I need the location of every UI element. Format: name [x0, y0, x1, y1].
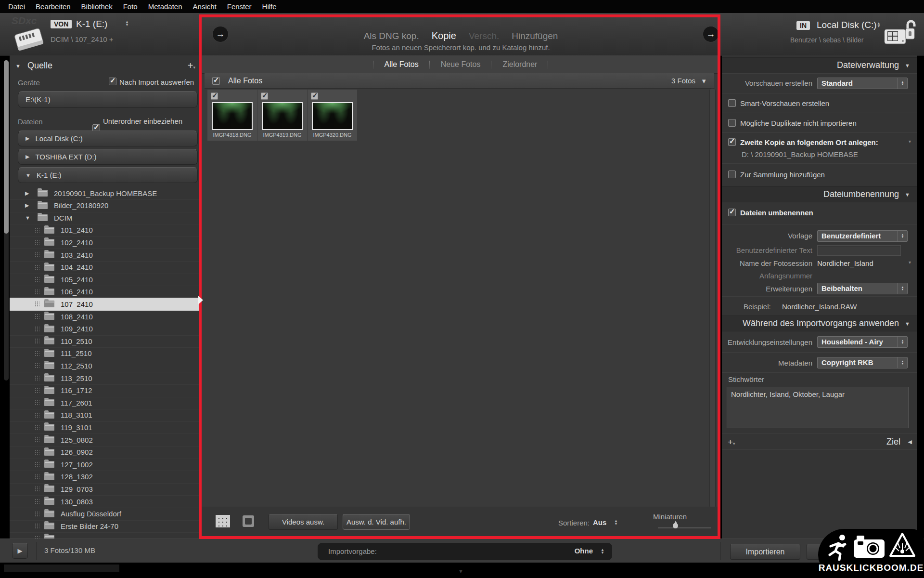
eject-after-import-checkbox[interactable]: [109, 78, 116, 85]
previews-dropdown[interactable]: Standard ▲▼: [817, 78, 908, 89]
menu-ansicht[interactable]: Ansicht: [188, 2, 222, 11]
folder-row-110-2510[interactable]: 110_2510: [10, 335, 201, 348]
drive-button-toshiba-ext-d[interactable]: ▶TOSHIBA EXT (D:): [18, 149, 198, 165]
expand-arrow-icon[interactable]: ▼: [26, 172, 31, 178]
folder-row-101-2410[interactable]: 101_2410: [10, 224, 201, 237]
source-device-spinner-icon[interactable]: ▲▼: [125, 21, 129, 26]
tab-zielordner[interactable]: Zielordner: [492, 60, 548, 69]
folder-row-118-3101[interactable]: 118_3101: [10, 409, 201, 422]
folder-row-129-0703[interactable]: 129_0703: [10, 483, 201, 496]
menu-foto[interactable]: Foto: [118, 2, 143, 11]
folder-row-108-2410[interactable]: 108_2410: [10, 310, 201, 323]
folder-row-105-2410[interactable]: 105_2410: [10, 273, 201, 286]
folder-row-128-1302[interactable]: 128_1302: [10, 471, 201, 484]
folder-row-erste-bilder-24-70[interactable]: Erste Bilder 24-70: [10, 520, 201, 533]
folder-row-126-0902[interactable]: 126_0902: [10, 446, 201, 459]
rename-files-checkbox[interactable]: [728, 209, 736, 216]
apply-during-import-header[interactable]: Während des Importvorgangs anwenden ▼: [722, 315, 917, 331]
source-path[interactable]: DCIM \ 107_2410 +: [51, 35, 114, 43]
import-button[interactable]: Importieren: [730, 544, 800, 560]
thumbnail-checkbox[interactable]: [211, 92, 218, 100]
develop-settings-dropdown[interactable]: Houseblend - Airy ▲▼: [817, 336, 908, 348]
menu-hilfe[interactable]: Hilfe: [257, 2, 282, 11]
photo-thumbnail-imgp4318-dng[interactable]: IMGP4318.DNG: [207, 90, 257, 141]
folder-row-partial[interactable]: [10, 532, 201, 539]
expand-arrow-icon[interactable]: ▶: [25, 202, 33, 209]
grid-scrollbar[interactable]: [709, 88, 716, 508]
folder-row-112-2510[interactable]: 112_2510: [10, 359, 201, 372]
import-mode-versch[interactable]: Versch.: [469, 31, 499, 41]
folder-row-20190901-backup-homebase[interactable]: ▶20190901_Backup HOMEBASE: [10, 187, 201, 200]
expand-arrow-icon[interactable]: ▼: [25, 215, 33, 221]
add-source-plus-icon[interactable]: +▾: [188, 60, 195, 71]
thumbnail-size-slider-handle[interactable]: [673, 523, 678, 528]
folder-row-116-1712[interactable]: 116_1712: [10, 384, 201, 397]
eject-after-import-label[interactable]: Nach Import auswerfen: [119, 78, 194, 86]
source-device-name[interactable]: K-1 (E:): [76, 19, 107, 29]
folder-row-127-1002[interactable]: 127_1002: [10, 458, 201, 471]
metadata-spinner-icon[interactable]: ▲▼: [898, 357, 907, 368]
deselect-videos-button[interactable]: Ausw. d. Vid. aufh.: [343, 514, 410, 530]
folder-row-125-0802[interactable]: 125_0802: [10, 434, 201, 447]
tab-alle-fotos[interactable]: Alle Fotos: [374, 60, 429, 69]
expand-arrow-icon[interactable]: ▶: [25, 190, 33, 197]
import-mode-hinzuf-gen[interactable]: Hinzufügen: [512, 31, 558, 41]
second-copy-label[interactable]: Zweite Kopie an folgendem Ort anlegen:: [740, 138, 878, 146]
all-photos-checkbox[interactable]: [212, 77, 220, 85]
photo-thumbnail-imgp4320-dng[interactable]: IMGP4320.DNG: [308, 90, 357, 141]
file-handling-collapse-icon[interactable]: ▼: [905, 63, 910, 68]
no-duplicates-checkbox[interactable]: [728, 119, 736, 127]
renaming-header[interactable]: Dateiumbenennung ▼: [722, 186, 917, 202]
folder-row-111-2510[interactable]: 111_2510: [10, 347, 201, 360]
folder-row-130-0803[interactable]: 130_0803: [10, 495, 201, 508]
apply-collapse-icon[interactable]: ▼: [905, 321, 910, 327]
sort-value[interactable]: Aus: [593, 518, 606, 526]
add-to-collection-label[interactable]: Zur Sammlung hinzufügen: [740, 171, 825, 179]
menu-fenster[interactable]: Fenster: [222, 2, 257, 11]
drive-button-local-disk-c[interactable]: ▶Local Disk (C:): [18, 131, 198, 146]
shoot-name-caret-icon[interactable]: ▾: [909, 260, 911, 265]
thumbnail-checkbox[interactable]: [261, 92, 268, 100]
target-panel-header[interactable]: +▾ Ziel ◀: [722, 434, 917, 450]
extensions-spinner-icon[interactable]: ▲▼: [898, 283, 907, 294]
second-copy-caret-icon[interactable]: ▾: [909, 139, 911, 144]
renaming-collapse-icon[interactable]: ▼: [905, 192, 910, 197]
expand-arrow-icon[interactable]: ▶: [26, 154, 29, 160]
folder-row-106-2410[interactable]: 106_2410: [10, 286, 201, 299]
menu-datei[interactable]: Datei: [3, 2, 30, 11]
second-copy-checkbox[interactable]: [728, 138, 736, 146]
destination-name[interactable]: Local Disk (C:): [817, 20, 877, 30]
folder-row-104-2410[interactable]: 104_2410: [10, 261, 201, 274]
drive-button-k-1-e[interactable]: ▼K-1 (E:): [18, 167, 198, 183]
select-videos-button[interactable]: Videos ausw.: [269, 514, 338, 530]
menu-bearbeiten[interactable]: Bearbeiten: [30, 2, 76, 11]
import-preset-bar[interactable]: Importvorgabe: Ohne ▲▼: [318, 543, 612, 560]
photo-count-collapse-icon[interactable]: ▼: [701, 78, 707, 85]
target-expand-icon[interactable]: ◀: [908, 439, 912, 445]
keywords-textarea[interactable]: Nordlichter, Island, Oktober, Laugar: [727, 387, 909, 428]
custom-text-input[interactable]: [817, 245, 901, 256]
grid-view-icon[interactable]: [216, 515, 230, 527]
include-subfolders-label[interactable]: Unterordner einbeziehen: [103, 117, 182, 125]
smart-previews-checkbox[interactable]: [728, 99, 736, 107]
destination-spinner-icon[interactable]: ▲▼: [877, 22, 881, 28]
smart-previews-label[interactable]: Smart-Vorschauen erstellen: [740, 99, 829, 107]
second-copy-path[interactable]: D: \ 20190901_Backup HOMEBASE: [742, 150, 858, 158]
collapse-arrow-icon[interactable]: ▼: [15, 63, 21, 69]
file-handling-header[interactable]: Dateiverwaltung ▼: [722, 57, 917, 73]
thumbnail-checkbox[interactable]: [311, 92, 318, 100]
rename-files-label[interactable]: Dateien umbenennen: [740, 209, 813, 217]
template-spinner-icon[interactable]: ▲▼: [898, 231, 907, 241]
menu-bibliothek[interactable]: Bibliothek: [76, 2, 118, 11]
device-button[interactable]: E:\(K-1): [18, 91, 198, 108]
panel-reveal-arrow-icon[interactable]: ▼: [458, 568, 463, 574]
loupe-view-icon[interactable]: [243, 515, 254, 527]
template-dropdown[interactable]: Benutzerdefiniert ▲▼: [817, 230, 908, 242]
folder-row-103-2410[interactable]: 103_2410: [10, 249, 201, 262]
import-preset-value[interactable]: Ohne: [575, 547, 593, 555]
thumbnail-size-slider[interactable]: [658, 527, 711, 528]
folder-row-113-2510[interactable]: 113_2510: [10, 372, 201, 385]
left-scrollbar-thumb[interactable]: [4, 60, 9, 234]
folder-row-117-2601[interactable]: 117_2601: [10, 396, 201, 409]
no-duplicates-label[interactable]: Mögliche Duplikate nicht importieren: [740, 119, 857, 127]
